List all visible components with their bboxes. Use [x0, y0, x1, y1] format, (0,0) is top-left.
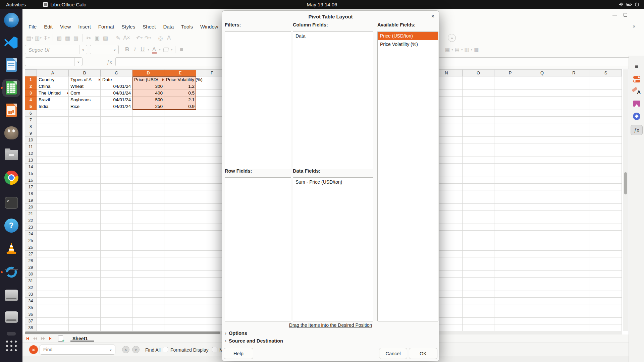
- row-header-1[interactable]: 1: [25, 76, 37, 83]
- dropdown-icon[interactable]: ▾: [141, 36, 143, 40]
- cell-C5[interactable]: 04/01/24: [101, 103, 132, 110]
- background-color-icon[interactable]: ▤: [455, 47, 460, 53]
- underline-icon[interactable]: U: [141, 46, 145, 53]
- clone-formatting-icon[interactable]: ✎: [114, 34, 122, 43]
- data-field-sum-price-usd-ton[interactable]: Sum - Price (USD/ton): [293, 178, 373, 186]
- cell-E4[interactable]: 2.1: [165, 97, 196, 103]
- row-header-35[interactable]: 35: [25, 304, 37, 311]
- menu-view[interactable]: View: [56, 22, 74, 31]
- font-size-combo[interactable]: ∨: [90, 45, 119, 54]
- column-field-data[interactable]: Data: [293, 32, 373, 40]
- dock-item-vlc[interactable]: [0, 239, 22, 257]
- find-input[interactable]: [40, 345, 106, 354]
- cell-D3[interactable]: 400: [133, 90, 164, 97]
- source-destination-expander[interactable]: › Source and Destination: [225, 338, 283, 344]
- row-header-2[interactable]: 2: [25, 83, 37, 90]
- column-header-S[interactable]: S: [590, 69, 622, 76]
- row-header-37[interactable]: 37: [25, 318, 37, 324]
- dock-item-app-grid[interactable]: [0, 337, 22, 355]
- highlight-color-icon[interactable]: [163, 48, 169, 52]
- row-header-7[interactable]: 7: [25, 117, 37, 123]
- row-header-18[interactable]: 18: [25, 190, 37, 197]
- underline-dropdown-icon[interactable]: ▾: [148, 48, 149, 51]
- row-header-10[interactable]: 10: [25, 137, 37, 143]
- dropdown-icon[interactable]: ▾: [471, 48, 473, 51]
- font-name-combo[interactable]: Segoe UI ∨: [25, 45, 87, 54]
- dock-item-writer[interactable]: [0, 56, 22, 74]
- name-box[interactable]: ∨: [25, 57, 83, 66]
- chevron-down-icon[interactable]: ∨: [74, 58, 82, 66]
- row-header-32[interactable]: 32: [25, 284, 37, 291]
- first-sheet-icon[interactable]: [25, 337, 30, 341]
- name-box-input[interactable]: [25, 58, 74, 66]
- available-field-price-volatility[interactable]: Price Volatility (%): [378, 40, 438, 48]
- copy-icon[interactable]: ▣: [93, 34, 101, 43]
- menu-window[interactable]: Window: [197, 22, 222, 31]
- cancel-button[interactable]: Cancel: [379, 348, 407, 359]
- font-color-dropdown-icon[interactable]: ▾: [159, 48, 161, 51]
- column-header-E[interactable]: E: [164, 69, 196, 76]
- cell-B1[interactable]: Types of A: [69, 76, 100, 83]
- find-next-icon[interactable]: ∨: [132, 346, 140, 353]
- data-fields-panel[interactable]: Sum - Price (USD/ton): [293, 177, 373, 321]
- row-header-13[interactable]: 13: [25, 157, 37, 164]
- cell-B5[interactable]: Rice: [69, 103, 100, 110]
- dock-item-vscode[interactable]: [0, 34, 22, 51]
- sheet-grid[interactable]: [37, 76, 222, 331]
- column-header-R[interactable]: R: [558, 69, 590, 76]
- row-header-21[interactable]: 21: [25, 210, 37, 217]
- row-header-34[interactable]: 34: [25, 298, 37, 304]
- dock-item-archive-box-2[interactable]: [0, 308, 22, 326]
- cell-E2[interactable]: 1.2: [165, 83, 196, 90]
- formatted-display-checkbox[interactable]: [163, 347, 168, 352]
- cell-B4[interactable]: Soybeans: [69, 97, 100, 103]
- row-header-25[interactable]: 25: [25, 237, 37, 244]
- align-icon[interactable]: ▥: [464, 47, 469, 53]
- menu-sheet[interactable]: Sheet: [139, 22, 159, 31]
- filters-panel[interactable]: [225, 31, 291, 169]
- find-replace-icon[interactable]: ◎: [156, 34, 165, 43]
- column-header-Q[interactable]: Q: [526, 69, 558, 76]
- dropdown-icon[interactable]: ▾: [451, 48, 453, 51]
- cell-A3[interactable]: The United: [37, 90, 68, 97]
- align-left-icon[interactable]: ≡: [180, 46, 183, 53]
- menu-tools[interactable]: Tools: [177, 22, 197, 31]
- functions-icon[interactable]: ƒx: [629, 125, 644, 135]
- last-sheet-icon[interactable]: [48, 337, 53, 341]
- cell-C2[interactable]: 04/01/24: [101, 83, 132, 90]
- dock-item-thunderbird[interactable]: ✉: [0, 11, 22, 29]
- navigator-icon[interactable]: [629, 111, 644, 122]
- row-header-31[interactable]: 31: [25, 278, 37, 284]
- add-sheet-icon[interactable]: +: [58, 336, 63, 342]
- row-header-16[interactable]: 16: [25, 177, 37, 184]
- properties-icon[interactable]: [629, 74, 644, 84]
- dialog-close-icon[interactable]: ×: [431, 13, 434, 19]
- chevron-down-icon[interactable]: ∨: [79, 45, 87, 54]
- dock-item-impress[interactable]: [0, 102, 22, 119]
- cell-D1[interactable]: Price (USD/: [133, 76, 164, 83]
- row-header-26[interactable]: 26: [25, 244, 37, 251]
- save-icon[interactable]: ↧▾: [42, 34, 51, 43]
- row-header-38[interactable]: 38: [25, 324, 37, 331]
- column-header-B[interactable]: B: [69, 69, 101, 76]
- row-header-11[interactable]: 11: [25, 143, 37, 150]
- row-header-27[interactable]: 27: [25, 251, 37, 257]
- next-sheet-icon[interactable]: [41, 337, 45, 341]
- column-header-O[interactable]: O: [463, 69, 494, 76]
- match-case-checkbox[interactable]: [212, 347, 217, 352]
- dock-item-terminal[interactable]: >_: [0, 194, 22, 212]
- row-header-30[interactable]: 30: [25, 271, 37, 278]
- dock-item-calc[interactable]: [0, 79, 22, 97]
- dock-item-help[interactable]: ?: [0, 217, 22, 234]
- chevron-down-icon[interactable]: ∨: [111, 45, 118, 54]
- menu-data[interactable]: Data: [159, 22, 177, 31]
- chevron-down-icon[interactable]: ∨: [106, 345, 115, 354]
- column-header-P[interactable]: P: [494, 69, 526, 76]
- bold-icon[interactable]: B: [125, 46, 129, 53]
- menu-file[interactable]: File: [25, 22, 40, 31]
- row-header-36[interactable]: 36: [25, 311, 37, 318]
- merge-cells-icon[interactable]: ▩: [474, 47, 479, 53]
- menu-insert[interactable]: Insert: [74, 22, 95, 31]
- row-header-5[interactable]: 5: [25, 103, 37, 110]
- row-header-4[interactable]: 4: [25, 97, 37, 103]
